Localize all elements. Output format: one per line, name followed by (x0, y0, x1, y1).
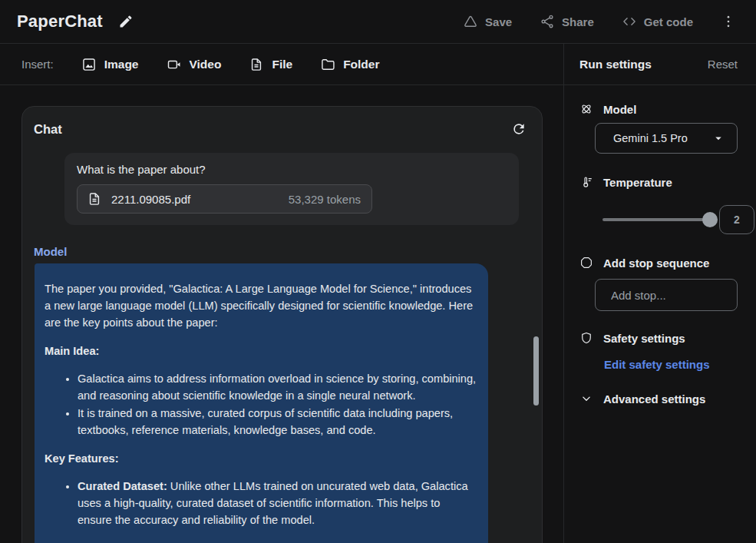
user-message-text: What is the paper about? (77, 163, 507, 176)
pencil-icon (118, 14, 134, 29)
response-bullet-bold: Curated Dataset: (78, 480, 167, 492)
insert-image-button[interactable]: Image (81, 57, 139, 72)
kebab-menu-icon (721, 14, 736, 29)
more-options-button[interactable] (721, 14, 736, 29)
insert-label: Insert: (21, 58, 54, 71)
shield-icon (579, 331, 593, 345)
stop-sequence-input[interactable] (595, 279, 738, 311)
temperature-section-header: Temperature (579, 175, 756, 189)
insert-video-button[interactable]: Video (167, 57, 222, 72)
model-atom-icon (579, 102, 593, 116)
temperature-value-box[interactable]: 2 (719, 205, 754, 234)
safety-settings-header: Safety settings (579, 331, 756, 345)
edit-safety-settings-link[interactable]: Edit safety settings (604, 358, 710, 371)
body-row: Insert: Image Video File Folder Chat (0, 44, 756, 543)
thermometer-icon (579, 175, 593, 189)
advanced-settings-toggle[interactable]: Advanced settings (579, 392, 705, 406)
run-settings-header: Run settings Reset (564, 44, 756, 85)
stop-sequence-label: Add stop sequence (603, 257, 709, 270)
attachment-token-count: 53,329 tokens (289, 193, 361, 206)
temperature-slider-thumb[interactable] (702, 212, 718, 227)
model-response-bubble: The paper you provided, "Galactica: A La… (35, 263, 488, 543)
insert-video-label: Video (190, 58, 222, 71)
folder-icon (320, 57, 335, 72)
insert-file-label: File (272, 58, 292, 71)
save-label: Save (485, 15, 512, 28)
refresh-icon (511, 121, 527, 137)
main-column: Insert: Image Video File Folder Chat (0, 44, 563, 543)
get-code-button[interactable]: Get code (622, 14, 693, 29)
chat-card-header: Chat (22, 107, 542, 137)
response-heading-main-idea: Main Idea: (45, 343, 477, 359)
chat-content-area: Chat What is the paper about? 2211.09085… (0, 85, 563, 543)
save-button[interactable]: Save (463, 14, 512, 29)
chat-scrollbar[interactable] (533, 336, 539, 406)
run-settings-content: Model Gemini 1.5 Pro Temperature 2 (564, 85, 756, 406)
refresh-chat-button[interactable] (511, 121, 527, 137)
response-bullet: Galactica aims to address information ov… (78, 370, 477, 404)
temperature-slider-row: 2 (602, 205, 756, 234)
chevron-down-icon (711, 131, 725, 145)
chevron-down-icon (579, 392, 593, 406)
model-section-label: Model (603, 103, 636, 116)
user-message: What is the paper about? 2211.09085.pdf … (64, 153, 519, 225)
code-icon (622, 14, 637, 29)
run-settings-panel: Run settings Reset Model Gemini 1.5 Pro … (563, 44, 756, 543)
document-icon (87, 191, 102, 207)
advanced-settings-label: Advanced settings (603, 392, 705, 406)
attachment-filename: 2211.09085.pdf (111, 193, 190, 206)
safety-settings-section: Safety settings Edit safety settings (579, 331, 756, 372)
share-button[interactable]: Share (540, 14, 594, 29)
stop-sequence-header: Add stop sequence (579, 256, 756, 270)
model-select-value: Gemini 1.5 Pro (613, 132, 688, 144)
response-heading-key-features: Key Features: (45, 450, 477, 467)
response-bullet: It is trained on a massive, curated corp… (78, 405, 477, 439)
response-bullet: Curated Dataset: Unlike other LLMs train… (78, 478, 477, 528)
response-bullet-list: Curated Dataset: Unlike other LLMs train… (45, 478, 477, 528)
temperature-slider[interactable] (602, 218, 710, 221)
chat-card: Chat What is the paper about? 2211.09085… (21, 106, 543, 543)
insert-file-button[interactable]: File (249, 57, 292, 72)
stop-octagon-icon (579, 256, 593, 270)
save-icon (463, 14, 478, 29)
insert-image-label: Image (104, 58, 139, 71)
insert-toolbar: Insert: Image Video File Folder (0, 44, 563, 85)
run-settings-title: Run settings (579, 58, 652, 71)
video-icon (167, 57, 182, 72)
safety-settings-label: Safety settings (603, 332, 685, 345)
share-icon (540, 14, 555, 29)
response-paragraph: The paper you provided, "Galactica: A La… (45, 280, 477, 331)
stop-sequence-section: Add stop sequence (579, 256, 756, 311)
chat-title: Chat (34, 122, 62, 137)
get-code-label: Get code (644, 15, 693, 28)
reset-button[interactable]: Reset (708, 58, 738, 71)
model-select-dropdown[interactable]: Gemini 1.5 Pro (595, 123, 738, 154)
file-icon (249, 57, 264, 72)
response-bullet-list: Galactica aims to address information ov… (45, 370, 477, 439)
page-title: PaperChat (17, 12, 103, 31)
attachment-chip[interactable]: 2211.09085.pdf 53,329 tokens (77, 184, 372, 214)
insert-folder-button[interactable]: Folder (320, 57, 379, 72)
title-area: PaperChat (17, 12, 134, 31)
share-label: Share (562, 15, 594, 28)
edit-title-button[interactable] (118, 14, 134, 29)
image-icon (81, 57, 97, 72)
insert-folder-label: Folder (343, 58, 379, 71)
model-section-header: Model (579, 102, 756, 116)
temperature-section: Temperature 2 (579, 175, 756, 234)
model-response-label: Model (34, 245, 542, 258)
header-actions: Save Share Get code (463, 14, 736, 29)
app-header: PaperChat Save Share Get code (0, 0, 756, 44)
temperature-label: Temperature (603, 176, 672, 189)
